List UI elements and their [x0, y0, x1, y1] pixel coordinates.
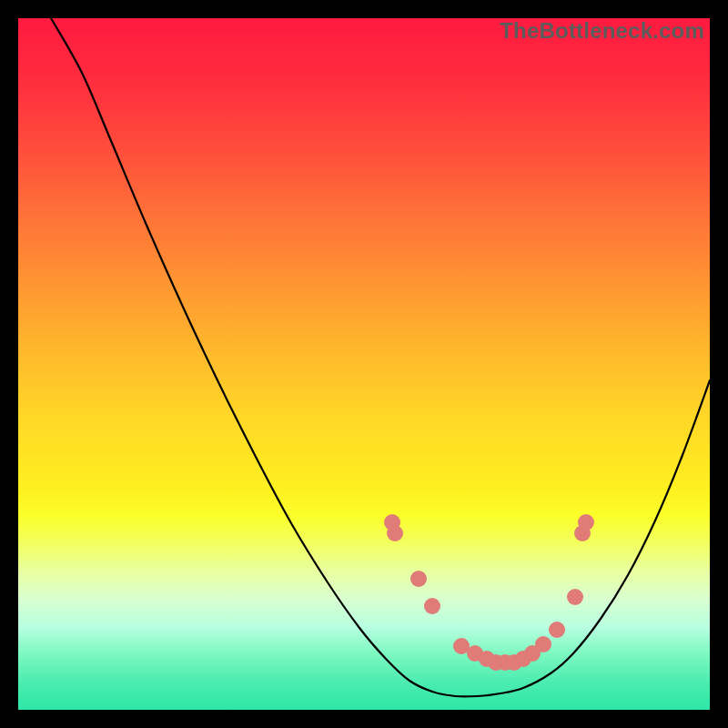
chart-frame: TheBottleneck.com — [18, 18, 710, 710]
chart-svg — [18, 18, 710, 710]
data-marker — [567, 589, 583, 605]
data-marker — [578, 514, 594, 531]
data-marker — [549, 622, 565, 638]
data-marker — [387, 525, 403, 541]
data-marker — [424, 598, 440, 614]
data-marker — [535, 636, 551, 652]
bottleneck-curve — [51, 18, 710, 696]
data-marker — [410, 571, 427, 587]
marker-group — [384, 514, 594, 671]
